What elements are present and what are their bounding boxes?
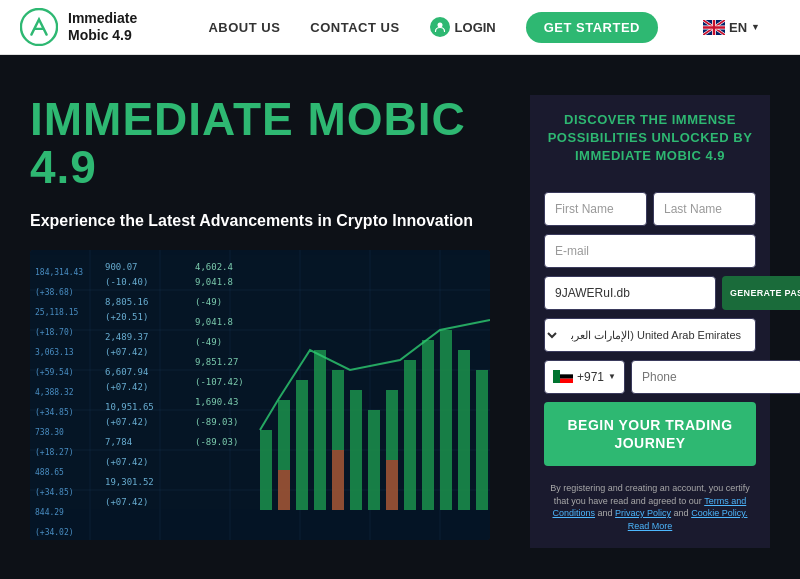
svg-text:1,690.43: 1,690.43 [195, 397, 238, 407]
login-icon [430, 17, 450, 37]
svg-text:(+38.68): (+38.68) [35, 288, 74, 297]
phone-row: +971 ▼ [544, 360, 756, 394]
brand-logo-icon [20, 8, 58, 46]
svg-rect-70 [553, 370, 560, 383]
svg-text:4,388.32: 4,388.32 [35, 388, 74, 397]
privacy-link[interactable]: Privacy Policy [615, 508, 671, 518]
svg-text:(-10.40): (-10.40) [105, 277, 148, 287]
svg-text:9,041.8: 9,041.8 [195, 277, 233, 287]
phone-input[interactable] [631, 360, 800, 394]
svg-text:4,602.4: 4,602.4 [195, 262, 233, 272]
svg-text:738.30: 738.30 [35, 428, 64, 437]
svg-rect-68 [332, 450, 344, 510]
login-label: LOGIN [455, 20, 496, 35]
svg-point-1 [437, 23, 442, 28]
first-name-input[interactable] [544, 192, 647, 226]
form-body: GENERATE PASSWORDS United Arab Emirates … [530, 180, 770, 549]
hero-title: IMMEDIATE MOBIC 4.9 [30, 95, 500, 192]
svg-text:25,118.15: 25,118.15 [35, 308, 79, 317]
lang-label: EN [729, 20, 747, 35]
svg-rect-73 [560, 379, 573, 383]
svg-text:(+18.27): (+18.27) [35, 448, 74, 457]
svg-rect-60 [368, 410, 380, 510]
email-input[interactable] [544, 234, 756, 268]
svg-text:7,784: 7,784 [105, 437, 132, 447]
nav-contact-us[interactable]: CONTACT US [310, 20, 399, 35]
read-more-link[interactable]: Read More [628, 521, 673, 531]
nav-login[interactable]: LOGIN [430, 17, 496, 37]
flag-uk-icon [703, 20, 725, 35]
svg-text:(+07.42): (+07.42) [105, 497, 148, 507]
svg-text:3,063.13: 3,063.13 [35, 348, 74, 357]
phone-prefix-arrow: ▼ [608, 372, 616, 381]
svg-rect-64 [440, 330, 452, 510]
phone-prefix-selector[interactable]: +971 ▼ [544, 360, 625, 394]
svg-text:900.07: 900.07 [105, 262, 138, 272]
svg-text:(+07.42): (+07.42) [105, 417, 148, 427]
svg-rect-62 [404, 360, 416, 510]
language-selector[interactable]: EN ▼ [703, 20, 760, 35]
generate-password-button[interactable]: GENERATE PASSWORDS [722, 276, 800, 310]
svg-text:(+07.42): (+07.42) [105, 347, 148, 357]
svg-text:8,805.16: 8,805.16 [105, 297, 148, 307]
hero-left: IMMEDIATE MOBIC 4.9 Experience the Lates… [30, 95, 500, 548]
svg-rect-57 [314, 350, 326, 510]
svg-text:(+34.02): (+34.02) [35, 528, 74, 537]
brand-logo-link[interactable]: Immediate Mobic 4.9 [20, 8, 137, 46]
svg-text:(-89.03): (-89.03) [195, 417, 238, 427]
svg-rect-67 [278, 470, 290, 510]
svg-text:6,607.94: 6,607.94 [105, 367, 148, 377]
form-header: DISCOVER THE IMMENSE POSSIBILITIES UNLOC… [530, 95, 770, 180]
form-header-text: DISCOVER THE IMMENSE POSSIBILITIES UNLOC… [544, 111, 756, 166]
svg-text:(+59.54): (+59.54) [35, 368, 74, 377]
svg-text:(-49): (-49) [195, 337, 222, 347]
brand-text: Immediate Mobic 4.9 [68, 10, 137, 44]
cookie-link[interactable]: Cookie Policy. [691, 508, 747, 518]
begin-trading-button[interactable]: BEGIN YOUR TRADING JOURNEY [544, 402, 756, 466]
svg-text:488.65: 488.65 [35, 468, 64, 477]
nav-about-us[interactable]: ABOUT US [208, 20, 280, 35]
form-disclaimer: By registering and creating an account, … [544, 474, 756, 536]
password-input[interactable] [544, 276, 716, 310]
hero-image: 184,314.43 (+38.68) 25,118.15 (+18.70) 3… [30, 250, 490, 540]
brand-name-line2: Mobic 4.9 [68, 27, 137, 44]
hero-subtitle: Experience the Latest Advancements in Cr… [30, 210, 500, 232]
svg-text:(+34.85): (+34.85) [35, 488, 74, 497]
svg-text:9,041.8: 9,041.8 [195, 317, 233, 327]
svg-text:(+07.42): (+07.42) [105, 382, 148, 392]
svg-rect-65 [458, 350, 470, 510]
get-started-button[interactable]: GET STARTED [526, 12, 658, 43]
svg-text:844.29: 844.29 [35, 508, 64, 517]
svg-rect-54 [260, 430, 272, 510]
svg-text:(+34.85): (+34.85) [35, 408, 74, 417]
hero-section: IMMEDIATE MOBIC 4.9 Experience the Lates… [0, 55, 800, 579]
navbar: Immediate Mobic 4.9 ABOUT US CONTACT US … [0, 0, 800, 55]
svg-text:19,301.52: 19,301.52 [105, 477, 154, 487]
country-select[interactable]: United Arab Emirates (الإمارات العربية ا… [544, 318, 756, 352]
registration-form-panel: DISCOVER THE IMMENSE POSSIBILITIES UNLOC… [530, 95, 770, 548]
svg-rect-59 [350, 390, 362, 510]
svg-text:9,851.27: 9,851.27 [195, 357, 238, 367]
svg-rect-66 [476, 370, 488, 510]
uae-flag-icon [553, 370, 573, 383]
lang-chevron-icon: ▼ [751, 22, 760, 32]
brand-name-line1: Immediate [68, 10, 137, 27]
svg-text:184,314.43: 184,314.43 [35, 268, 83, 277]
svg-rect-72 [560, 374, 573, 378]
password-row: GENERATE PASSWORDS [544, 276, 756, 310]
svg-rect-56 [296, 380, 308, 510]
svg-text:(+07.42): (+07.42) [105, 457, 148, 467]
svg-text:(-89.03): (-89.03) [195, 437, 238, 447]
svg-text:10,951.65: 10,951.65 [105, 402, 154, 412]
last-name-input[interactable] [653, 192, 756, 226]
phone-prefix-text: +971 [577, 370, 604, 384]
svg-text:(-107.42): (-107.42) [195, 377, 244, 387]
name-row [544, 192, 756, 226]
svg-rect-71 [560, 370, 573, 374]
svg-rect-63 [422, 340, 434, 510]
nav-links: ABOUT US CONTACT US LOGIN GET STARTED EN… [208, 12, 760, 43]
svg-text:(+18.70): (+18.70) [35, 328, 74, 337]
svg-text:(+20.51): (+20.51) [105, 312, 148, 322]
svg-rect-69 [386, 460, 398, 510]
svg-text:2,489.37: 2,489.37 [105, 332, 148, 342]
